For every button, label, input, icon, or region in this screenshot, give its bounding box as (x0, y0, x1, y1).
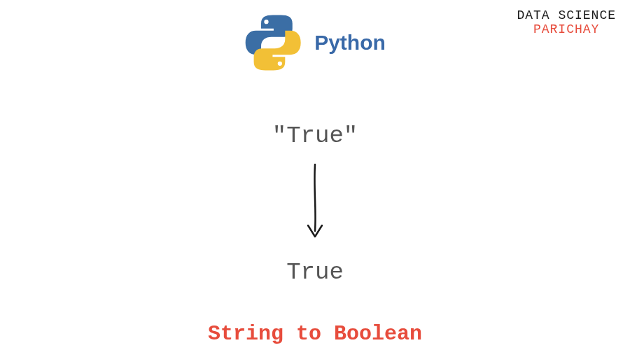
down-arrow-icon (301, 161, 329, 245)
svg-point-0 (264, 20, 268, 24)
brand-block: DATA SCIENCE PARICHAY (517, 8, 616, 36)
string-value: "True" (272, 122, 358, 149)
python-label: Python (314, 31, 386, 55)
python-logo-icon (244, 14, 302, 71)
svg-point-1 (278, 62, 282, 66)
logo-row: Python (244, 14, 386, 71)
brand-line-1: DATA SCIENCE (517, 8, 616, 22)
caption: String to Boolean (208, 322, 422, 346)
brand-line-2: PARICHAY (517, 22, 616, 36)
boolean-value: True (286, 259, 344, 286)
